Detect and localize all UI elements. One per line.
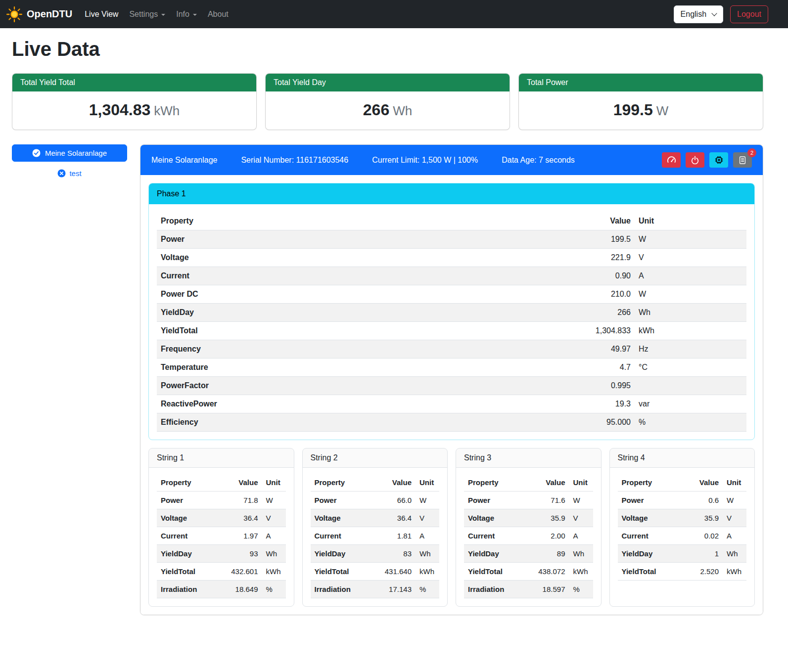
- table-row: Current0.02A: [618, 527, 747, 545]
- value-cell: 2.00: [534, 527, 569, 545]
- phase-table: Property Value Unit Power199.5WVoltage22…: [157, 212, 746, 432]
- table-row: Current1.97A: [157, 527, 286, 545]
- phase-card-title: Phase 1: [149, 183, 754, 204]
- column-header-property: Property: [311, 474, 381, 492]
- value-cell: 1: [688, 545, 723, 563]
- column-header-value: Value: [227, 474, 262, 492]
- unit-cell: W: [723, 492, 746, 509]
- unit-cell: °C: [635, 358, 746, 377]
- property-cell: Power: [157, 230, 560, 249]
- property-cell: YieldDay: [464, 545, 534, 563]
- nav-links: Live View Settings Info About: [79, 6, 234, 23]
- nav-item-settings[interactable]: Settings: [124, 6, 171, 23]
- value-cell: 71.6: [534, 492, 569, 509]
- value-cell: 17.143: [381, 581, 416, 598]
- property-cell: Efficiency: [157, 413, 560, 432]
- nav-item-info[interactable]: Info: [171, 6, 202, 23]
- string-card-3: String 3 Property Value Unit Power71.6WV…: [456, 448, 602, 607]
- limit-settings-button[interactable]: [662, 152, 681, 168]
- phase-card: Phase 1 Property Value Unit Power199.5WV…: [148, 183, 755, 440]
- table-row: PowerFactor0.995: [157, 377, 746, 395]
- value-cell: 1.81: [381, 527, 416, 545]
- unit-cell: %: [262, 581, 286, 598]
- column-header-unit: Unit: [262, 474, 286, 492]
- value-cell: 221.9: [560, 249, 635, 267]
- filter-tag-test[interactable]: test: [12, 169, 127, 178]
- property-cell: YieldDay: [618, 545, 689, 563]
- string-card-title: String 2: [303, 448, 448, 468]
- table-row: Power DC210.0W: [157, 285, 746, 304]
- nav-item-about[interactable]: About: [202, 6, 234, 23]
- chevron-down-icon: [193, 14, 197, 16]
- gauge-icon: [667, 155, 676, 165]
- unit-cell: V: [262, 509, 286, 527]
- property-cell: ReactivePower: [157, 395, 560, 413]
- property-cell: Irradiation: [311, 581, 381, 598]
- unit-cell: Wh: [262, 545, 286, 563]
- summary-card-body: 1,304.83kWh: [12, 91, 256, 130]
- sun-icon: [6, 6, 23, 23]
- brand-label: OpenDTU: [27, 8, 72, 20]
- summary-card-body: 266Wh: [266, 91, 510, 130]
- page-title: Live Data: [12, 38, 763, 60]
- summary-card-unit: W: [656, 103, 669, 118]
- nav-item-live-view[interactable]: Live View: [79, 6, 124, 23]
- unit-cell: kWh: [723, 563, 746, 581]
- power-control-button[interactable]: [686, 152, 704, 168]
- value-cell: 36.4: [227, 509, 262, 527]
- value-cell: 1.97: [227, 527, 262, 545]
- property-cell: YieldTotal: [618, 563, 689, 581]
- property-cell: Frequency: [157, 340, 560, 358]
- unit-cell: A: [416, 527, 439, 545]
- summary-card-body: 199.5W: [519, 91, 763, 130]
- table-row: Irradiation17.143%: [311, 581, 440, 598]
- column-header-property: Property: [157, 212, 560, 230]
- value-cell: 438.072: [534, 563, 569, 581]
- unit-cell: Wh: [635, 304, 746, 322]
- inverter-panel: Meine Solaranlage Serial Number: 1161716…: [140, 144, 763, 615]
- inverter-select-label: Meine Solaranlage: [45, 149, 107, 157]
- property-cell: Current: [311, 527, 381, 545]
- property-cell: Power: [157, 492, 227, 509]
- value-cell: 0.02: [688, 527, 723, 545]
- value-cell: 18.649: [227, 581, 262, 598]
- value-cell: 66.0: [381, 492, 416, 509]
- language-select[interactable]: English: [674, 5, 723, 23]
- table-row: Efficiency95.000%: [157, 413, 746, 432]
- column-header-value: Value: [560, 212, 635, 230]
- inverter-select-button[interactable]: Meine Solaranlage: [12, 144, 127, 162]
- table-row: Power0.6W: [618, 492, 747, 509]
- summary-card-unit: kWh: [154, 103, 180, 118]
- value-cell: 0.995: [560, 377, 635, 395]
- property-cell: Current: [157, 267, 560, 285]
- event-log-button[interactable]: 2: [733, 152, 752, 168]
- table-header-row: Property Value Unit: [311, 474, 440, 492]
- property-cell: Voltage: [618, 509, 689, 527]
- unit-cell: %: [416, 581, 439, 598]
- property-cell: Power: [618, 492, 689, 509]
- table-row: Temperature4.7°C: [157, 358, 746, 377]
- value-cell: 49.97: [560, 340, 635, 358]
- unit-cell: %: [569, 581, 593, 598]
- property-cell: YieldTotal: [464, 563, 534, 581]
- summary-card-value: 266: [363, 101, 389, 119]
- property-cell: Voltage: [157, 249, 560, 267]
- table-row: Voltage36.4V: [311, 509, 440, 527]
- unit-cell: [635, 377, 746, 395]
- unit-cell: V: [569, 509, 593, 527]
- unit-cell: W: [262, 492, 286, 509]
- inverter-selector-column: Meine Solaranlage test: [12, 144, 127, 178]
- column-header-unit: Unit: [416, 474, 439, 492]
- device-info-button[interactable]: [709, 152, 728, 168]
- unit-cell: kWh: [262, 563, 286, 581]
- summary-card-total-yield-day: Total Yield Day 266Wh: [265, 73, 510, 130]
- chevron-down-icon: [711, 10, 717, 16]
- string-card-title: String 1: [149, 448, 294, 468]
- table-header-row: Property Value Unit: [157, 474, 286, 492]
- table-header-row: Property Value Unit: [157, 212, 746, 230]
- property-cell: Current: [464, 527, 534, 545]
- logout-button[interactable]: Logout: [730, 5, 768, 23]
- value-cell: 35.9: [688, 509, 723, 527]
- brand-link[interactable]: OpenDTU: [6, 6, 72, 23]
- string-table: Property Value Unit Power0.6WVoltage35.9…: [618, 474, 747, 581]
